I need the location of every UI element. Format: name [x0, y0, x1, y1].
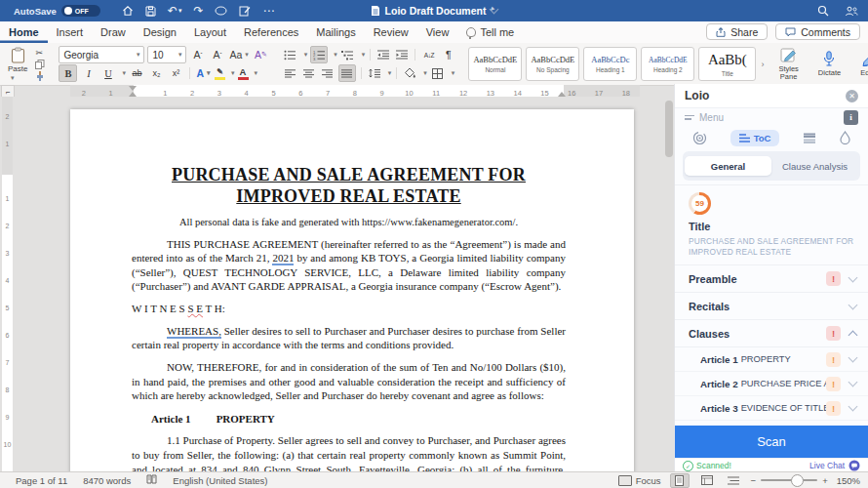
print-layout-view-button[interactable]	[670, 473, 690, 488]
chevron-down-icon[interactable]	[848, 402, 858, 412]
align-left-button[interactable]	[283, 65, 298, 81]
tab-draw[interactable]: Draw	[92, 21, 135, 43]
sort-button[interactable]: A↓Z	[420, 47, 437, 62]
style-normal[interactable]: AaBbCcDdE Normal	[468, 47, 522, 81]
chevron-up-icon[interactable]	[848, 330, 858, 340]
tab-review[interactable]: Review	[365, 21, 417, 43]
page-count[interactable]: Page 1 of 11	[16, 475, 67, 486]
zoom-out-icon[interactable]: −	[751, 475, 757, 486]
warning-badge[interactable]: !	[826, 271, 841, 286]
droplet-icon[interactable]	[840, 131, 850, 144]
warning-badge[interactable]: !	[826, 326, 841, 341]
dictate-button[interactable]: Dictate	[811, 43, 848, 85]
chevron-down-icon[interactable]	[848, 272, 858, 282]
zoom-track[interactable]	[761, 479, 817, 481]
hanging-indent-marker[interactable]	[129, 86, 137, 91]
warning-badge[interactable]: !	[826, 377, 841, 391]
print-icon[interactable]	[215, 6, 227, 16]
home-icon[interactable]	[122, 5, 134, 17]
text-effects-button[interactable]: A▾	[195, 65, 212, 81]
share-people-icon[interactable]	[845, 6, 858, 17]
borders-button[interactable]	[430, 65, 446, 81]
warning-badge[interactable]: !	[826, 401, 841, 416]
focus-mode-button[interactable]: Focus	[618, 475, 661, 486]
italic-button[interactable]: I	[80, 65, 97, 81]
shrink-font-button[interactable]: Aˇ	[209, 47, 225, 62]
style-title[interactable]: AaBb( Title	[698, 47, 756, 81]
undo-icon[interactable]: ↶▾	[168, 5, 182, 17]
word-count[interactable]: 8470 words	[83, 475, 131, 486]
tab-references[interactable]: References	[235, 21, 307, 43]
scan-button[interactable]: Scan	[675, 426, 868, 458]
font-color-button[interactable]: A	[238, 67, 249, 80]
change-case-button[interactable]: Aa▾	[228, 47, 249, 62]
style-no-spacing[interactable]: AaBbCcDdE No Spacing	[526, 47, 579, 81]
bullet-list-button[interactable]	[283, 47, 298, 62]
superscript-button[interactable]: x²	[168, 65, 184, 81]
format-painter-icon[interactable]	[35, 71, 45, 81]
tab-view[interactable]: View	[417, 21, 458, 43]
outline-view-button[interactable]	[725, 474, 742, 487]
autosave-toggle[interactable]: OFF	[61, 5, 100, 17]
toc-tab[interactable]: ToC	[730, 130, 780, 146]
live-chat-button[interactable]: Live Chat	[809, 460, 860, 471]
section-clauses[interactable]: Clauses !	[675, 320, 868, 347]
subscript-button[interactable]: x₂	[148, 65, 165, 81]
font-name-select[interactable]: Georgia▾	[59, 46, 144, 63]
tab-mailings[interactable]: Mailings	[307, 21, 364, 43]
warning-badge[interactable]: !	[826, 352, 841, 367]
zoom-in-icon[interactable]: +	[822, 475, 828, 486]
tab-layout[interactable]: Layout	[185, 21, 235, 43]
document-scrollbar[interactable]	[662, 97, 674, 472]
increase-indent-button[interactable]	[394, 47, 410, 62]
loio-highlight-whereas[interactable]: WHEREAS,	[167, 325, 221, 339]
toc-article-2[interactable]: Article 2 PURCHASE PRICE AND CL... !	[675, 372, 868, 396]
style-heading-2[interactable]: AaBbCcDdE Heading 2	[641, 47, 694, 81]
align-center-button[interactable]	[301, 65, 317, 81]
web-layout-view-button[interactable]	[698, 474, 716, 487]
clear-formatting-button[interactable]: A✎	[253, 47, 269, 62]
grow-font-button[interactable]: Aˆ	[189, 47, 206, 62]
multilevel-list-button[interactable]	[340, 47, 356, 62]
strikethrough-button[interactable]: ab	[129, 65, 145, 81]
tab-insert[interactable]: Insert	[48, 21, 93, 43]
tab-design[interactable]: Design	[135, 21, 185, 43]
title-dropdown-icon[interactable]: ▾	[490, 5, 499, 15]
chevron-down-icon[interactable]	[848, 378, 858, 387]
quick-edit-icon[interactable]	[239, 6, 251, 17]
proofing-icon[interactable]	[146, 474, 157, 486]
highlights-radar-icon[interactable]	[692, 131, 707, 145]
tab-tell-me[interactable]: Tell me	[457, 21, 523, 43]
paragraph-styles-icon[interactable]	[803, 133, 816, 143]
paste-button[interactable]: Paste ▾	[4, 46, 31, 83]
zoom-knob[interactable]	[791, 474, 804, 487]
section-recitals[interactable]: Recitals	[675, 293, 868, 320]
gallery-more-icon[interactable]: ›	[761, 60, 764, 69]
styles-pane-button[interactable]: Styles Pane	[771, 43, 805, 85]
search-icon[interactable]	[817, 5, 829, 17]
show-paragraph-marks-button[interactable]: ¶	[440, 47, 456, 62]
font-size-select[interactable]: 10▾	[147, 46, 186, 63]
line-spacing-button[interactable]	[367, 65, 382, 81]
toc-article-3[interactable]: Article 3 EVIDENCE OF TITLE; SURV... !	[675, 396, 868, 421]
shading-button[interactable]	[402, 65, 417, 81]
style-heading-1[interactable]: AaBbCcDc Heading 1	[583, 47, 637, 81]
redo-icon[interactable]: ↷	[193, 5, 203, 17]
info-button[interactable]: i	[844, 110, 858, 125]
copy-icon[interactable]	[35, 60, 45, 69]
zoom-level[interactable]: 150%	[837, 475, 860, 486]
scrollbar-thumb[interactable]	[665, 101, 673, 157]
autosave-control[interactable]: AutoSave OFF	[14, 5, 100, 17]
underline-dropdown-icon[interactable]: ▾	[122, 69, 126, 77]
loio-highlight-date[interactable]: 2021	[272, 252, 294, 265]
justify-button[interactable]	[338, 64, 356, 82]
chevron-down-icon[interactable]	[848, 353, 858, 363]
menu-button[interactable]: Menu	[685, 112, 724, 123]
cut-icon[interactable]: ✂	[35, 48, 45, 58]
numbered-list-button[interactable]: 123	[310, 46, 328, 63]
bold-button[interactable]: B	[59, 64, 77, 82]
share-button[interactable]: Share	[706, 23, 768, 40]
highlight-color-button[interactable]: ✎	[215, 67, 225, 80]
comments-button[interactable]: Comments	[775, 23, 860, 40]
save-icon[interactable]	[145, 6, 156, 17]
